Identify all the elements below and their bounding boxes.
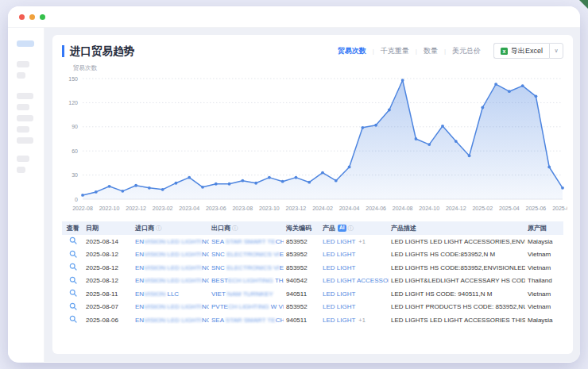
exporter-text: CH ... [276,238,284,245]
app-window: 进口贸易趋势 贸易次数 | 千克重量 | 数量 | 美元总价 x 导出Excel [8,6,580,363]
importer-text: NG L.. [202,277,209,284]
svg-text:2023-10: 2023-10 [259,206,280,211]
importer-text: EN [135,303,144,310]
page-title: 进口贸易趋势 [62,45,134,57]
tab-quantity[interactable]: 数量 [417,46,444,56]
shipment-date: 2025-08-06 [83,317,133,324]
svg-text:2024-06: 2024-06 [366,206,386,211]
sidebar-item[interactable] [17,72,25,79]
product-link[interactable]: LED LIGHT [323,290,355,298]
exporter-text: SEA [211,238,226,245]
importer-link[interactable]: ENVISION LED LIGHTING L.. [133,317,209,324]
importer-text: LLC [165,290,179,298]
view-search-icon[interactable] [69,250,77,258]
zoom-window-icon[interactable] [40,14,45,20]
sidebar-item[interactable] [17,167,25,173]
importer-link[interactable]: ENVISION LED LIGHTING L.. [133,303,209,310]
chevron-down-icon: ∨ [554,48,558,54]
sidebar-item[interactable] [17,104,29,110]
shipment-date: 2025-08-11 [83,290,133,298]
importer-text: EN [135,251,144,258]
info-icon[interactable]: ⓘ [232,225,238,232]
hs-code: 853952 [284,264,320,271]
svg-text:2023-08: 2023-08 [232,206,253,211]
header-view: 查看 [62,224,83,233]
view-search-icon[interactable] [69,315,77,323]
importer-link[interactable]: ENVISION LED LIGHTING L.. [133,264,209,271]
svg-text:90: 90 [72,124,78,129]
view-search-icon[interactable] [69,276,77,284]
product-link[interactable]: LED LIGHT [323,251,355,258]
view-search-icon[interactable] [69,289,77,297]
table-row: 2025-08-07 ENVISION LED LIGHTING L.. PVT… [62,301,563,314]
product-description: LED LIGHTS LED LIGHT ACCESSORIES,ENVISIO… [389,238,525,245]
shipment-date: 2025-08-14 [83,238,133,245]
origin-country: Vietnam [525,264,563,271]
view-search-icon[interactable] [69,263,77,271]
importer-link[interactable]: ENVISION LED LIGHTING L.. [133,277,209,284]
svg-text:2022-08: 2022-08 [72,206,93,211]
importer-link[interactable]: ENVISION LED LIGHTING L.. [133,238,209,245]
importer-text: EN [135,277,144,284]
sidebar-item[interactable] [17,93,33,99]
exporter-link[interactable]: SNC ELECTRONICS VIET... [209,251,284,258]
view-search-icon[interactable] [69,302,77,310]
sidebar-item[interactable] [17,156,29,162]
exporter-text: VIET [211,290,227,298]
close-window-icon[interactable] [19,14,25,20]
sidebar-item[interactable] [17,115,33,121]
hs-code: 940542 [284,277,320,284]
exporter-redacted-text: NAM TURNKEY [227,290,273,298]
product-link[interactable]: LED LIGHT ACCESSORY [323,277,389,284]
export-excel-button[interactable]: x 导出Excel [493,43,549,59]
importer-text: NG L.. [202,238,209,245]
exporter-link[interactable]: PVTECH LIGHTING W VI... [209,303,284,310]
tab-usd-total[interactable]: 美元总价 [446,46,487,56]
product-link[interactable]: LED LIGHT [323,264,355,271]
importer-link[interactable]: ENVISION LED LIGHTING L.. [133,251,209,258]
exporter-link[interactable]: BESTECH LIGHTING THA... [209,277,284,284]
exporter-link[interactable]: SEA STAR SMART TECH ... [209,238,284,245]
product-link[interactable]: LED LIGHT [323,317,355,324]
minimize-window-icon[interactable] [29,14,35,20]
ai-badge: AI [338,225,346,232]
importer-text: NG L.. [202,264,209,271]
tab-kg-weight[interactable]: 千克重量 [374,46,416,56]
trade-trend-chart: 贸易次数 03060901201502022-082022-102022-122… [62,64,563,217]
exporter-link[interactable]: SNC ELECTRONICS VIET... [209,264,284,271]
importer-link[interactable]: ENVISION LLC [133,290,209,298]
importer-text: EN [135,264,144,271]
hs-code: 940511 [284,317,320,324]
header-origin: 原产国 [525,224,563,233]
sidebar-item[interactable] [17,126,29,133]
importer-redacted-text: VISION LED LIGHTI [144,317,202,324]
importer-redacted-text: VISION [144,290,165,298]
sidebar-item[interactable] [17,137,33,144]
info-icon[interactable]: ⓘ [348,225,354,232]
background-corner-accent [579,0,588,9]
product-link[interactable]: LED LIGHT [323,303,355,310]
exporter-link[interactable]: VIET NAM TURNKEY [209,290,284,298]
export-dropdown-button[interactable]: ∨ [549,43,563,59]
svg-text:2024-08: 2024-08 [393,206,413,211]
svg-text:30: 30 [72,172,78,178]
info-icon[interactable]: ⓘ [156,225,162,232]
product-link[interactable]: LED LIGHT [323,238,355,245]
sidebar-item[interactable] [17,61,29,67]
hs-code: 940511 [284,290,320,298]
product-description: LED LIGHTS HS CODE:853952,ENVISIONLED [389,264,525,271]
svg-text:2023-04: 2023-04 [179,206,199,211]
exporter-link[interactable]: SEA STAR SMART TECH ... [209,317,284,324]
importer-redacted-text: VISION LED LIGHTI [144,238,202,245]
origin-country: Vietnam [525,251,563,258]
view-search-icon[interactable] [69,236,77,244]
svg-text:2023-12: 2023-12 [286,206,307,211]
exporter-redacted-text: ELECTRONICS VI [226,264,280,271]
hs-code: 853952 [284,303,320,310]
main-content: 进口贸易趋势 贸易次数 | 千克重量 | 数量 | 美元总价 x 导出Excel [44,28,580,362]
hs-code: 853952 [284,251,320,258]
shipment-date: 2025-08-12 [83,277,133,284]
svg-text:2023-06: 2023-06 [206,206,226,211]
sidebar-item-active[interactable] [17,40,34,47]
tab-trade-count[interactable]: 贸易次数 [331,46,373,56]
